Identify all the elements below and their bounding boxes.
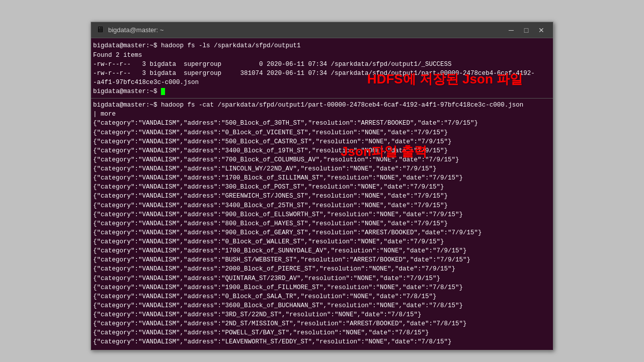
top-section: bigdata@master:~$ hadoop fs -ls /sparkda…: [91, 40, 553, 99]
minimize-button[interactable]: ─: [505, 25, 518, 35]
window-icon: 🖥: [96, 26, 104, 34]
json-data-line: {"category":"VANDALISM","address":"GREEN…: [93, 192, 551, 201]
json-data-line: {"category":"VANDALISM","address":"800_B…: [93, 219, 551, 228]
json-data-line: {"category":"VANDALISM","address":"POWEL…: [93, 328, 551, 337]
json-data-line: {"category":"VANDALISM","address":"BUSH_…: [93, 255, 551, 264]
json-data-line: {"category":"VANDALISM","address":"700_B…: [93, 155, 551, 164]
file-success: -rw-r--r-- 3 bigdata supergroup 0 2020-0…: [93, 60, 551, 69]
file-json-1: -rw-r--r-- 3 bigdata supergroup 381074 2…: [93, 69, 551, 78]
json-data-line: {"category":"VANDALISM","address":"LINCO…: [93, 164, 551, 173]
json-data-line: {"category":"VANDALISM","address":"2000_…: [93, 264, 551, 274]
json-data-line: {"category":"VANDALISM","address":"0_Blo…: [93, 237, 551, 246]
pipe-more: | more: [93, 110, 551, 119]
json-data-line: {"category":"VANDALISM","address":"900_B…: [93, 210, 551, 219]
json-data-line: {"category":"VANDALISM","address":"QUINT…: [93, 274, 551, 283]
json-data-line: {"category":"VANDALISM","address":"3400_…: [93, 146, 551, 155]
window-controls: ─ □ ✕: [505, 25, 548, 35]
terminal-body: bigdata@master:~$ hadoop fs -ls /sparkda…: [91, 38, 553, 349]
json-data-line: {"category":"VANDALISM","address":"1900_…: [93, 283, 551, 292]
found-items: Found 2 items: [93, 51, 551, 60]
title-bar: 🖥 bigdata@master: ~ ─ □ ✕: [91, 22, 553, 38]
json-data-line: {"category":"VANDALISM","address":"3400_…: [93, 201, 551, 210]
json-data-line: {"category":"VANDALISM","address":"900_B…: [93, 228, 551, 237]
json-data-line: {"category":"VANDALISM","address":"1700_…: [93, 246, 551, 255]
json-data-line: {"category":"VANDALISM","address":"500_B…: [93, 137, 551, 146]
command-ls: bigdata@master:~$ hadoop fs -ls /sparkda…: [93, 41, 551, 50]
json-data-line: {"category":"VANDALISM","address":"1700_…: [93, 173, 551, 183]
json-data-line: {"category":"VANDALISM","address":"2ND_S…: [93, 319, 551, 328]
json-data-line: {"category":"VANDALISM","address":"3600_…: [93, 301, 551, 310]
cursor: [161, 88, 165, 95]
json-data-line: {"category":"VANDALISM","address":"500_B…: [93, 119, 551, 128]
command-cat: bigdata@master:~$ hadoop fs -cat /sparkd…: [93, 101, 551, 110]
json-data-line: {"category":"VANDALISM","address":"3RD_S…: [93, 310, 551, 319]
json-data-line: {"category":"VANDALISM","address":"0_Blo…: [93, 128, 551, 137]
file-json-2: -a4f1-97bfc418ce3c-c000.json: [93, 78, 551, 87]
bottom-section: bigdata@master:~$ hadoop fs -cat /sparkd…: [91, 100, 553, 347]
window-title: bigdata@master: ~: [108, 26, 501, 34]
close-button[interactable]: ✕: [535, 25, 548, 35]
maximize-button[interactable]: □: [520, 25, 533, 35]
json-data-line: {"category":"VANDALISM","address":"LEAVE…: [93, 337, 551, 346]
prompt-end: bigdata@master:~$: [93, 87, 551, 96]
json-data-line: {"category":"VANDALISM","address":"300_B…: [93, 183, 551, 192]
json-data-output: {"category":"VANDALISM","address":"500_B…: [93, 119, 551, 346]
json-data-line: {"category":"VANDALISM","address":"0_Blo…: [93, 292, 551, 301]
